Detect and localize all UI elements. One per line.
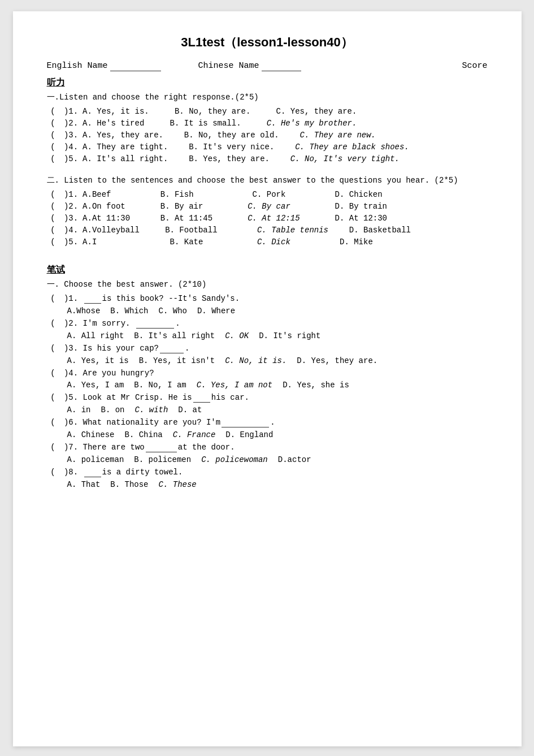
section1-questions: ( )1. A. Yes, it is. B. No, they are. C.… — [47, 107, 488, 163]
section2-questions: ( )1. A.Beef B. Fish C. Pork D. Chicken … — [47, 190, 488, 247]
score-label: Score — [462, 61, 487, 71]
table-row: ( )5. A. It's all right. B. Yes, they ar… — [47, 154, 488, 163]
list-item: A. Yes, it is B. Yes, it isn't C. No, it… — [67, 356, 488, 365]
section2-label: 二. Listen to the sentences and choose th… — [47, 175, 488, 185]
header-row: English Name Chinese Name Score — [47, 61, 488, 71]
table-row: ( )8. is a dirty towel. — [47, 468, 488, 477]
list-item: A. in B. on C. with D. at — [67, 405, 488, 414]
list-item: A.Whose B. Which C. Who D. Where — [67, 306, 488, 316]
table-row: ( )2. A. He's tired B. It is small. C. H… — [47, 119, 488, 128]
english-name-field — [110, 61, 161, 71]
list-item: A. Yes, I am B. No, I am C. Yes, I am no… — [67, 381, 488, 390]
table-row: ( )6. What nationality are you? I'm . — [47, 418, 488, 427]
table-row: ( )3. Is his your cap? . — [47, 344, 488, 353]
section3-label: 一. Choose the best answer. (2*10) — [47, 279, 488, 290]
table-row: ( )1. is this book? --It's Sandy's. — [47, 294, 488, 304]
list-item: A. That B. Those C. These — [67, 480, 488, 489]
table-row: ( )2. A.On foot B. By air C. By car D. B… — [47, 202, 488, 211]
table-row: ( )2. I'm sorry. . — [47, 319, 488, 329]
table-row: ( )1. A. Yes, it is. B. No, they are. C.… — [47, 107, 488, 116]
table-row: ( )4. Are you hungry? — [47, 369, 488, 378]
table-row: ( )5. A.I B. Kate C. Dick D. Mike — [47, 237, 488, 247]
table-row: ( )5. Look at Mr Crisp. He is his car. — [47, 393, 488, 403]
table-row: ( )7. There are two at the door. — [47, 443, 488, 452]
section1-label: 一.Listen and choose the right response.(… — [47, 92, 488, 102]
page: 3L1test（lesson1-lesson40） English Name C… — [13, 11, 522, 746]
page-title: 3L1test（lesson1-lesson40） — [47, 34, 488, 51]
list-item: A. policeman B. policemen C. policewoman… — [67, 455, 488, 464]
list-item: A. All right B. It's all right C. OK D. … — [67, 331, 488, 340]
list-item: A. Chinese B. China C. France D. England — [67, 430, 488, 439]
section3-questions: ( )1. is this book? --It's Sandy's. A.Wh… — [47, 294, 488, 489]
english-name-label: English Name — [47, 61, 108, 71]
section3-title: 笔试 — [47, 264, 488, 276]
table-row: ( )3. A.At 11:30 B. At 11:45 C. At 12:15… — [47, 214, 488, 223]
section1-title: 听力 — [47, 77, 488, 89]
chinese-name-field — [262, 61, 301, 71]
table-row: ( )1. A.Beef B. Fish C. Pork D. Chicken — [47, 190, 488, 199]
table-row: ( )4. A. They are tight. B. It's very ni… — [47, 142, 488, 152]
table-row: ( )4. A.Volleyball B. Football C. Table … — [47, 226, 488, 235]
chinese-name-label: Chinese Name — [198, 61, 259, 71]
table-row: ( )3. A. Yes, they are. B. No, they are … — [47, 131, 488, 140]
